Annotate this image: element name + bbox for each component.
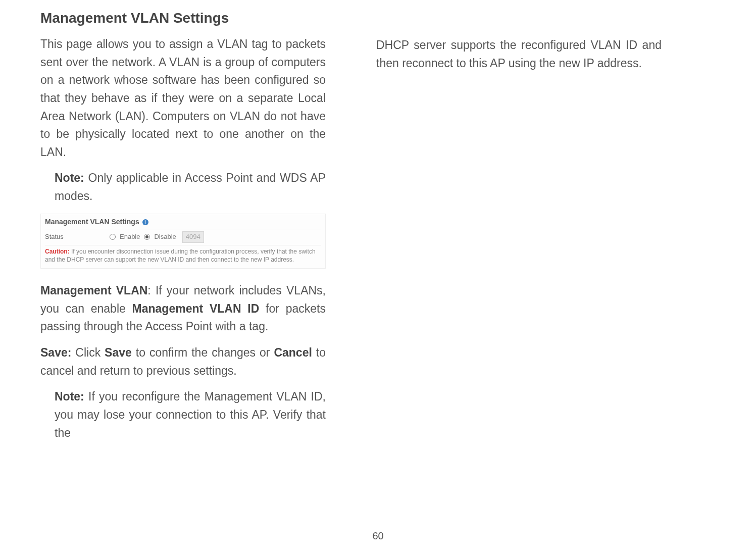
left-column: Management VLAN Settings This page allow… (40, 10, 326, 450)
enable-radio[interactable] (110, 234, 116, 240)
mgmt-vlan-id-term: Management VLAN ID (132, 302, 260, 315)
save-text1: Click (71, 346, 105, 359)
note-label: Note: (55, 171, 84, 184)
save-text2: to confirm the changes or (132, 346, 274, 359)
save-paragraph: Save: Click Save to confirm the changes … (40, 344, 326, 380)
disable-radio[interactable] (144, 234, 150, 240)
status-label: Status (45, 232, 106, 241)
save-term: Save: (40, 346, 71, 359)
caution-label: Caution: (45, 248, 70, 255)
note-1: Note: Only applicable in Access Point an… (40, 169, 326, 205)
screenshot-title-text: Management VLAN Settings (45, 218, 139, 226)
note2-label: Note: (55, 390, 84, 403)
caution-row: Caution: If you encounter disconnection … (45, 245, 321, 266)
intro-paragraph: This page allows you to assign a VLAN ta… (40, 35, 326, 161)
right-column: DHCP server supports the reconfigured VL… (376, 10, 662, 450)
note2-text: If you reconfigure the Management VLAN I… (55, 390, 326, 439)
caution-text: If you encounter disconnection issue dur… (45, 248, 316, 264)
save-button-term: Save (105, 346, 132, 359)
note-text: Only applicable in Access Point and WDS … (55, 171, 326, 203)
note-2: Note: If you reconfigure the Management … (40, 388, 326, 442)
cancel-term: Cancel (274, 346, 312, 359)
mgmt-vlan-term: Management VLAN (40, 284, 147, 297)
disable-label: Disable (154, 232, 176, 241)
enable-label: Enable (120, 232, 140, 241)
screenshot-title: Management VLAN Settings i (45, 217, 321, 227)
note2-continuation: DHCP server supports the reconfigured VL… (376, 36, 662, 72)
page-title: Management VLAN Settings (40, 10, 326, 26)
page-number: 60 (0, 530, 756, 542)
vlan-id-input[interactable]: 4094 (182, 231, 204, 242)
status-row: Status Enable Disable 4094 (45, 229, 321, 244)
mgmt-vlan-paragraph: Management VLAN: If your network include… (40, 282, 326, 336)
settings-screenshot: Management VLAN Settings i Status Enable… (40, 214, 326, 269)
info-icon[interactable]: i (142, 219, 148, 225)
